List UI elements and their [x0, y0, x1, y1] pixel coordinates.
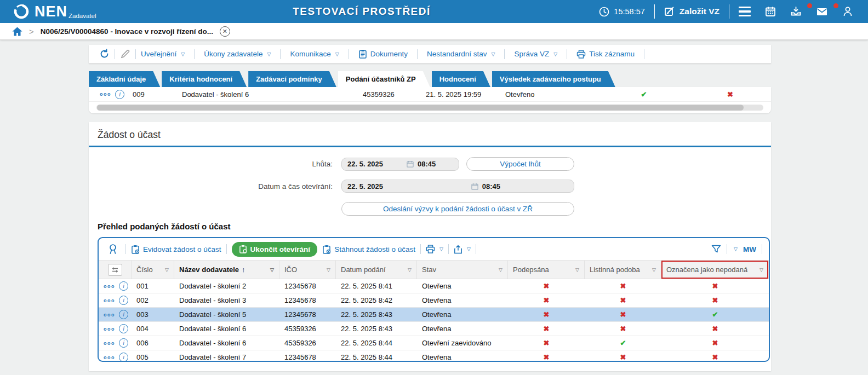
- table-row-004[interactable]: oooi004Dodavatel - školení 64535932622. …: [99, 322, 769, 336]
- filter-caret-icon[interactable]: ▽: [324, 267, 330, 273]
- check-mark: ✔: [620, 339, 626, 347]
- column-header-0[interactable]: [99, 261, 132, 279]
- chevron-down-icon[interactable]: ▽: [734, 246, 738, 252]
- menu-item-3[interactable]: Dokumenty: [353, 49, 413, 59]
- cell-supplier: Dodavatel - školení 6: [174, 339, 279, 347]
- column-header-4[interactable]: Datum podání▽: [336, 261, 417, 279]
- scrollbar-thumb[interactable]: [97, 105, 744, 111]
- info-icon[interactable]: i: [119, 310, 128, 319]
- table-row-005[interactable]: oooi005Dodavatel - školení 71234567822. …: [99, 350, 769, 362]
- breadcrumb-record[interactable]: N006/25/V00004860 - Inovace v rozvoji ří…: [41, 27, 213, 36]
- menu-item-5[interactable]: Správa VZ▽: [509, 50, 562, 58]
- calendar-icon[interactable]: [407, 160, 414, 168]
- print-button[interactable]: ▽: [426, 245, 443, 253]
- user-filter-initials[interactable]: MW: [743, 245, 756, 253]
- cell-signed: ✖: [508, 353, 585, 361]
- row-actions-icon[interactable]: ooo: [104, 298, 115, 303]
- menu-item-6[interactable]: Tisk záznamu: [572, 50, 639, 59]
- cell-paper: ✔: [585, 339, 661, 347]
- lhuta-date-value[interactable]: 22. 5. 2025: [347, 160, 407, 168]
- row-actions-icon[interactable]: ooo: [100, 91, 111, 97]
- lhuta-datetime-input[interactable]: 22. 5. 2025 08:45: [341, 158, 459, 171]
- filter-caret-icon[interactable]: ▽: [406, 267, 412, 273]
- create-vz-button[interactable]: Založit VZ: [657, 6, 727, 17]
- cell-supplier: Dodavatel - školení 3: [174, 296, 279, 304]
- cell-number: 005: [132, 353, 174, 361]
- column-header-5[interactable]: Stav▽: [417, 261, 508, 279]
- sort-ascending-icon: ↑: [242, 266, 245, 274]
- user-profile-button[interactable]: [835, 6, 860, 17]
- column-header-3[interactable]: IČO▽: [279, 261, 336, 279]
- export-button[interactable]: ▽: [454, 245, 471, 254]
- datum-oteviranni-input[interactable]: 22. 5. 2025 08:45: [341, 180, 574, 193]
- refresh-icon[interactable]: [94, 49, 115, 59]
- tab-2[interactable]: Zadávací podmínky: [248, 71, 336, 87]
- close-record-icon[interactable]: ✕: [220, 26, 230, 37]
- menu-hamburger-icon[interactable]: [732, 7, 758, 16]
- filter-caret-icon[interactable]: ▽: [757, 267, 763, 273]
- downloads-button[interactable]: [783, 6, 809, 17]
- evidovat-zadost-button[interactable]: Evidovat žádost o účast: [131, 245, 221, 254]
- filter-caret-icon[interactable]: ▽: [650, 267, 656, 273]
- award-icon[interactable]: [105, 244, 121, 255]
- column-header-6[interactable]: Podepsána▽: [508, 261, 585, 279]
- messages-button[interactable]: [809, 6, 835, 17]
- tab-5[interactable]: Výsledek zadávacího postupu: [492, 71, 615, 87]
- nen-logo[interactable]: NEN Zadavatel: [13, 3, 96, 20]
- row-actions-icon[interactable]: ooo: [104, 312, 115, 318]
- column-header-8[interactable]: Označena jako nepodaná▽: [661, 261, 769, 279]
- menu-item-1[interactable]: Úkony zadavatele▽: [199, 50, 276, 58]
- filter-caret-icon[interactable]: ▽: [496, 267, 502, 273]
- menu-item-2[interactable]: Komunikace▽: [285, 50, 344, 58]
- calendar-icon[interactable]: [471, 183, 478, 190]
- info-icon[interactable]: i: [119, 281, 128, 291]
- row-actions-icon[interactable]: ooo: [104, 341, 115, 346]
- info-icon[interactable]: i: [119, 338, 128, 348]
- home-icon[interactable]: [12, 27, 22, 36]
- column-header-2[interactable]: Název dodavatele↑▽: [174, 261, 279, 279]
- cell-status: Otevřena: [417, 353, 508, 361]
- info-icon[interactable]: i: [119, 296, 128, 305]
- menu-item-4[interactable]: Nestandardní stav▽: [422, 50, 500, 58]
- tab-1[interactable]: Kritéria hodnocení: [162, 71, 247, 87]
- tab-4[interactable]: Hodnocení: [432, 71, 490, 87]
- cell-notsubmitted: ✖: [661, 282, 769, 290]
- filter-caret-icon[interactable]: ▽: [573, 267, 579, 273]
- calendar-button[interactable]: [758, 6, 783, 17]
- row-actions-icon[interactable]: ooo: [104, 284, 115, 289]
- filter-icon[interactable]: [711, 245, 721, 253]
- info-icon[interactable]: i: [119, 353, 128, 362]
- row-actions-icon[interactable]: ooo: [104, 326, 115, 332]
- filter-caret-icon[interactable]: ▽: [268, 267, 274, 273]
- send-invitation-button[interactable]: Odeslání výzvy k podání žádosti o účast …: [341, 202, 574, 216]
- column-label: Označena jako nepodaná: [666, 266, 747, 274]
- lhuta-time-value[interactable]: 08:45: [418, 160, 436, 168]
- info-icon[interactable]: i: [115, 90, 124, 99]
- filter-caret-icon[interactable]: ▽: [163, 267, 169, 273]
- tab-3[interactable]: Podání účastníků ZP: [338, 71, 430, 87]
- table-row-002[interactable]: oooi002Dodavatel - školení 31234567822. …: [99, 293, 769, 308]
- column-settings-button[interactable]: [108, 264, 122, 276]
- datum-date-value[interactable]: 22. 5. 2025: [347, 182, 471, 191]
- table-row-003[interactable]: oooi003Dodavatel - školení 51234567822. …: [99, 308, 769, 322]
- menu-item-0[interactable]: Uveřejnění▽: [136, 50, 190, 58]
- datum-time-value[interactable]: 08:45: [482, 182, 500, 191]
- ukoncit-oteviranni-button[interactable]: Ukončit otevírání: [232, 242, 318, 257]
- table-row-001[interactable]: oooi001Dodavatel - školení 21234567822. …: [99, 279, 769, 293]
- row-actions-icon[interactable]: ooo: [104, 355, 115, 360]
- table-row-006[interactable]: oooi006Dodavatel - školení 64535932622. …: [99, 336, 769, 350]
- horizontal-scrollbar[interactable]: [96, 105, 763, 111]
- ukoncit-label: Ukončit otevírání: [250, 245, 311, 253]
- table-row[interactable]: ooo i 009 Dodavatel - školení 6 45359326…: [89, 87, 771, 102]
- chevron-down-icon: ▽: [467, 246, 471, 252]
- column-header-7[interactable]: Listinná podoba▽: [585, 261, 661, 279]
- column-header-1[interactable]: Číslo▽: [132, 261, 174, 279]
- cross-mark: ✖: [712, 339, 718, 347]
- cell-status: Otevřena: [417, 325, 508, 333]
- tab-0[interactable]: Základní údaje: [89, 71, 160, 87]
- edit-record-icon[interactable]: [115, 49, 135, 59]
- stahnout-zadosti-button[interactable]: Stáhnout žádosti o účast: [322, 245, 415, 254]
- vypocet-lhut-button[interactable]: Výpočet lhůt: [466, 157, 574, 171]
- cell-ico: 45359326: [279, 339, 336, 347]
- info-icon[interactable]: i: [119, 324, 128, 333]
